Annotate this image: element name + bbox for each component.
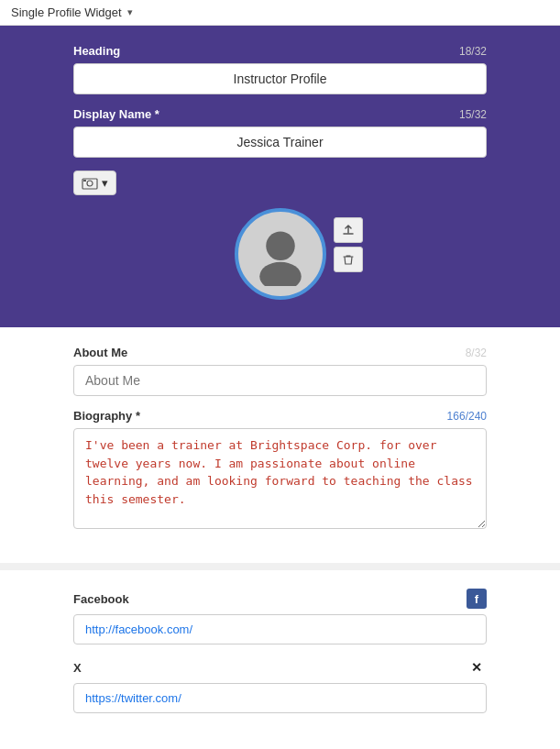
social-section: Facebook f X ✕ xyxy=(0,563,560,744)
about-field-row: About Me 8/32 xyxy=(73,346,487,359)
x-input[interactable] xyxy=(73,683,487,713)
svg-point-1 xyxy=(87,181,93,186)
avatar-section xyxy=(73,208,487,300)
x-icon: ✕ xyxy=(467,657,487,677)
svg-point-4 xyxy=(259,262,302,286)
white-section: About Me 8/32 Biography * 166/240 I've b… xyxy=(0,327,560,563)
avatar-wrapper xyxy=(235,208,326,300)
svg-point-3 xyxy=(266,232,295,261)
display-name-label: Display Name * xyxy=(73,107,159,121)
display-name-counter: 15/32 xyxy=(459,108,487,121)
display-name-input[interactable] xyxy=(73,127,487,158)
widget-title: Single Profile Widget xyxy=(11,6,122,19)
heading-field-row: Heading 18/32 xyxy=(73,44,487,58)
about-label: About Me xyxy=(73,346,127,359)
facebook-label: Facebook xyxy=(73,592,129,606)
about-input[interactable] xyxy=(73,365,487,396)
x-label: X xyxy=(73,661,82,675)
main-container: Heading 18/32 Display Name * 15/32 ▾ xyxy=(0,26,560,749)
x-field-row: X ✕ xyxy=(73,657,487,677)
avatar-person-icon xyxy=(248,222,313,286)
biography-label: Biography * xyxy=(73,409,140,423)
avatar-delete-button[interactable] xyxy=(334,247,363,272)
purple-section: Heading 18/32 Display Name * 15/32 ▾ xyxy=(0,26,560,327)
avatar-controls: ▾ xyxy=(73,171,487,195)
facebook-input[interactable] xyxy=(73,614,487,644)
trash-icon xyxy=(343,254,354,266)
heading-label: Heading xyxy=(73,44,120,58)
avatar-button-icon xyxy=(82,177,98,190)
facebook-field-row: Facebook f xyxy=(73,589,487,609)
upload-icon xyxy=(342,224,355,237)
avatar-upload-button[interactable] xyxy=(334,217,363,243)
top-bar: Single Profile Widget ▾ xyxy=(0,0,560,26)
footer-buttons: Save Cancel xyxy=(0,744,560,749)
avatar-circle xyxy=(235,208,326,300)
avatar-btn-chevron: ▾ xyxy=(102,176,108,190)
chevron-down-icon[interactable]: ▾ xyxy=(127,6,133,18)
avatar-action-buttons xyxy=(334,217,363,272)
heading-input[interactable] xyxy=(73,63,487,94)
biography-counter: 166/240 xyxy=(447,410,487,423)
facebook-icon: f xyxy=(467,589,487,609)
avatar-button[interactable]: ▾ xyxy=(73,171,116,195)
about-counter: 8/32 xyxy=(466,347,487,359)
svg-rect-2 xyxy=(83,180,86,182)
heading-counter: 18/32 xyxy=(459,45,487,58)
display-name-field-row: Display Name * 15/32 xyxy=(73,107,487,121)
biography-textarea[interactable]: I've been a trainer at Brightspace Corp.… xyxy=(73,428,487,529)
biography-field-row: Biography * 166/240 xyxy=(73,409,487,423)
